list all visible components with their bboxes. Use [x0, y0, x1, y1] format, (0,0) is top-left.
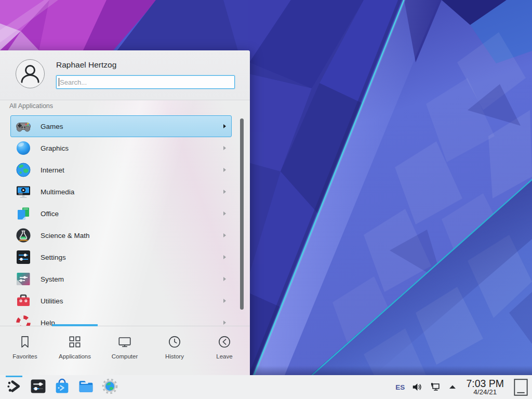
submenu-arrow-icon — [223, 233, 226, 237]
category-label: Graphics — [41, 144, 69, 152]
category-label: Internet — [41, 166, 64, 174]
volume-icon[interactable] — [411, 381, 423, 393]
tab-computer[interactable]: Computer — [100, 326, 150, 375]
text-caret — [59, 78, 59, 86]
tab-label: Leave — [216, 353, 232, 360]
category-row-games[interactable]: Games — [10, 115, 232, 137]
submenu-arrow-icon — [223, 321, 226, 325]
category-row-graphics[interactable]: Graphics — [10, 137, 232, 159]
launcher-tabbar: Favorites Applications C — [0, 326, 250, 375]
submenu-arrow-icon — [223, 277, 226, 281]
help-lifebuoy-icon — [15, 314, 32, 326]
submenu-arrow-icon — [223, 299, 226, 303]
taskbar-kickoff-launcher-button[interactable] — [2, 375, 26, 399]
leave-icon — [217, 334, 232, 350]
submenu-arrow-icon — [223, 190, 226, 194]
search-input[interactable] — [56, 75, 235, 89]
category-label: Multimedia — [41, 188, 74, 196]
category-row-settings[interactable]: Settings — [10, 246, 232, 268]
category-row-help[interactable]: Help — [10, 312, 232, 326]
history-clock-icon — [167, 334, 182, 350]
section-label: All Applications — [9, 102, 53, 110]
system-tray: ES — [395, 375, 532, 399]
system-settings-icon — [30, 378, 47, 397]
category-row-office[interactable]: Office — [10, 203, 232, 224]
tab-label: Applications — [59, 353, 91, 360]
category-row-system[interactable]: System — [10, 268, 232, 290]
taskbar-discover-button[interactable] — [50, 375, 74, 399]
show-desktop-button[interactable] — [514, 379, 528, 396]
settings-sliders-icon — [15, 249, 32, 265]
bookmark-icon — [17, 334, 33, 350]
category-label: Utilities — [41, 297, 63, 305]
application-launcher-popup: Raphael Hertzog All Applications — [0, 50, 250, 375]
taskbar-dolphin-button[interactable] — [74, 375, 98, 399]
submenu-arrow-icon — [223, 146, 226, 150]
user-avatar[interactable] — [15, 59, 45, 89]
tray-expander-caret-icon[interactable] — [448, 382, 457, 392]
category-row-utilities[interactable]: Utilities — [10, 290, 232, 312]
digital-clock[interactable]: 7:03 PM 4/24/21 — [466, 378, 504, 396]
taskbar-panel: ES — [0, 375, 532, 399]
discover-icon — [54, 378, 71, 397]
list-scrollbar[interactable] — [240, 118, 244, 310]
submenu-arrow-icon — [223, 211, 226, 216]
graphics-ball-icon — [15, 140, 32, 156]
multimedia-monitor-icon — [15, 183, 32, 200]
tab-label: Favorites — [12, 353, 37, 360]
tab-leave[interactable]: Leave — [200, 326, 249, 375]
dolphin-folder-icon — [77, 378, 95, 397]
tab-applications[interactable]: Applications — [50, 326, 100, 375]
show-desktop-icon — [514, 379, 528, 396]
science-flask-icon — [15, 227, 32, 244]
network-icon[interactable] — [430, 381, 441, 393]
tab-favorites[interactable]: Favorites — [0, 326, 50, 375]
tab-label: History — [165, 353, 184, 360]
user-icon — [15, 59, 45, 89]
taskbar-app-icons — [0, 375, 122, 399]
app-grid-icon — [67, 334, 83, 350]
desktop: Raphael Hertzog All Applications — [0, 0, 532, 399]
active-app-indicator — [6, 376, 22, 377]
category-row-science-math[interactable]: Science & Math — [10, 224, 232, 246]
category-row-multimedia[interactable]: Multimedia — [10, 181, 232, 203]
keyboard-layout-indicator[interactable]: ES — [395, 383, 405, 391]
tab-label: Computer — [112, 353, 138, 360]
category-row-internet[interactable]: Internet — [10, 159, 232, 181]
computer-monitor-icon — [117, 334, 132, 350]
system-sliders-icon — [15, 271, 32, 287]
konqueror-globe-gear-icon — [101, 378, 118, 397]
submenu-arrow-icon — [223, 124, 226, 128]
kickoff-launcher-icon — [6, 378, 23, 397]
taskbar-system-settings-button[interactable] — [26, 375, 50, 399]
toolbox-icon — [15, 292, 32, 309]
active-tab-indicator — [52, 324, 98, 326]
taskbar-konqueror-button[interactable] — [98, 375, 122, 399]
submenu-arrow-icon — [223, 255, 226, 259]
category-label: Office — [41, 210, 59, 218]
user-name: Raphael Hertzog — [56, 60, 116, 70]
globe-icon — [15, 162, 32, 178]
submenu-arrow-icon — [223, 168, 226, 172]
category-label: Science & Math — [41, 232, 90, 240]
category-label: Settings — [41, 254, 66, 261]
clock-date: 4/24/21 — [466, 389, 504, 396]
gamepad-icon — [15, 118, 32, 135]
office-documents-icon — [15, 205, 32, 222]
clock-time: 7:03 PM — [466, 378, 504, 389]
tab-history[interactable]: History — [150, 326, 200, 375]
category-label: System — [41, 275, 64, 283]
category-list: Games Graphics — [10, 115, 232, 326]
category-label: Games — [41, 123, 63, 130]
